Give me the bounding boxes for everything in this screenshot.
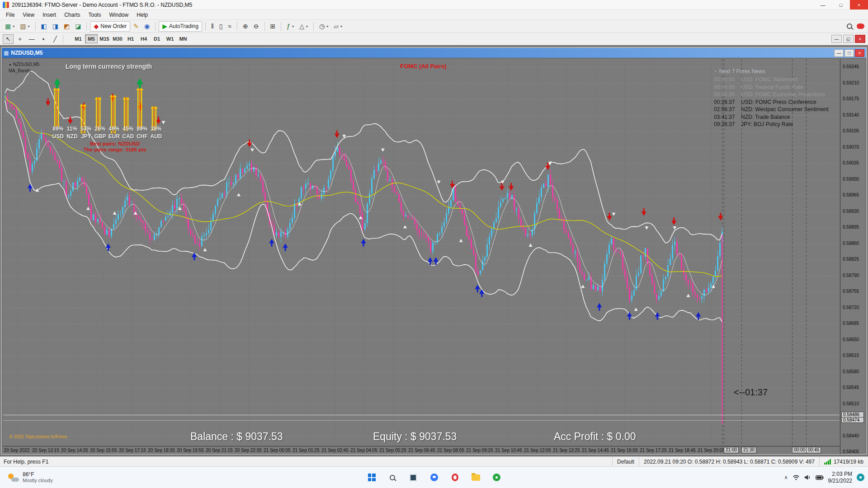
market-watch-button[interactable]: ◧ bbox=[39, 21, 49, 32]
zoom-in-button[interactable]: ⊕ bbox=[241, 21, 250, 32]
metaeditor-button[interactable]: ✎ bbox=[131, 21, 141, 32]
crosshair-tool-button[interactable]: + bbox=[14, 34, 25, 44]
chart-canvas[interactable] bbox=[3, 59, 840, 446]
terminal-button[interactable]: ◪ bbox=[73, 21, 83, 32]
hidden-icons-chevron[interactable]: ∧ bbox=[784, 474, 788, 480]
menu-item-charts[interactable]: Charts bbox=[60, 11, 84, 19]
time-label: 21 Sep 01:25 bbox=[292, 448, 320, 453]
toolbar-separator bbox=[264, 22, 265, 31]
indicators-list-button[interactable]: ƒ▾ bbox=[284, 21, 296, 32]
timeframe-m30-button[interactable]: M30 bbox=[111, 34, 124, 43]
time-label: 20 Sep 18:35 bbox=[148, 448, 175, 453]
close-button[interactable]: × bbox=[850, 0, 868, 9]
price-label: 0.59035 bbox=[843, 160, 859, 166]
time-label: 20 Sep 14:35 bbox=[61, 448, 88, 453]
cursor-tool-button[interactable]: ↖ bbox=[3, 34, 14, 44]
volume-icon[interactable] bbox=[804, 474, 811, 480]
trendline-tool-button[interactable]: ╱ bbox=[50, 34, 61, 44]
timeframe-m1-button[interactable]: M1 bbox=[72, 34, 85, 43]
new-chart-button[interactable]: ▦▾ bbox=[3, 21, 17, 32]
chart-window-buttons: — □ × bbox=[834, 49, 864, 57]
horizontal-line-tool-button[interactable]: — bbox=[26, 34, 37, 44]
battery-icon[interactable] bbox=[816, 475, 824, 480]
task-view-button[interactable] bbox=[404, 469, 422, 487]
zoom-in-icon: ⊕ bbox=[243, 23, 248, 29]
tile-windows-button[interactable]: ⊞ bbox=[268, 21, 278, 32]
timeframe-m5-button[interactable]: M5 bbox=[85, 34, 98, 43]
toolbar-separator bbox=[281, 22, 281, 31]
time-label: 20 Sep 19:55 bbox=[177, 448, 204, 453]
autotrading-button[interactable]: ▶AutoTrading bbox=[159, 21, 202, 32]
navigator-button[interactable]: ◩ bbox=[61, 21, 72, 32]
status-ohlc: 2022.09.21 09:20 O: 0.58872 H: 0.58943 L… bbox=[639, 457, 819, 466]
maximize-button[interactable]: □ bbox=[832, 0, 850, 9]
toolbar-button-label: New Order bbox=[100, 23, 127, 29]
status-profile[interactable]: Default bbox=[612, 457, 639, 466]
green-app-button[interactable] bbox=[487, 469, 505, 487]
timeframe-mn-button[interactable]: MN bbox=[177, 34, 189, 43]
menu-item-insert[interactable]: Insert bbox=[38, 11, 60, 19]
price-label: 0.58895 bbox=[843, 225, 859, 230]
chart-plot-area[interactable]: ▼NZDUSD,M5 MA_Bands Long term currency s… bbox=[3, 59, 840, 446]
time-label: 21 Sep 05:25 bbox=[379, 448, 406, 453]
data-window-button[interactable]: ◨ bbox=[50, 21, 61, 32]
period-selector-icon: ◷ bbox=[319, 23, 325, 29]
bar-chart-button[interactable]: ‖ bbox=[209, 21, 216, 32]
wifi-icon[interactable] bbox=[793, 474, 800, 480]
file-explorer-button[interactable] bbox=[467, 469, 485, 487]
status-help-text: For Help, press F1 bbox=[0, 459, 612, 465]
price-scale[interactable]: 0.592450.592100.591750.591400.591050.590… bbox=[840, 59, 865, 454]
time-label: 21 Sep 08:05 bbox=[437, 448, 464, 453]
start-button[interactable] bbox=[363, 469, 381, 487]
chart-maximize-button[interactable]: □ bbox=[844, 49, 854, 57]
zoom-out-button[interactable]: ⊖ bbox=[251, 21, 261, 32]
menu-item-window[interactable]: Window bbox=[105, 11, 133, 19]
line-chart-button[interactable]: ≈ bbox=[226, 21, 234, 32]
child-minimize-button[interactable]: — bbox=[831, 35, 842, 43]
timeframe-m15-button[interactable]: M15 bbox=[98, 34, 111, 43]
dropdown-arrow-icon: ▾ bbox=[292, 24, 294, 28]
data-window-icon: ◨ bbox=[52, 23, 58, 29]
chat-button[interactable] bbox=[425, 469, 443, 487]
taskbar-clock[interactable]: 2:03 PM 9/21/2022 bbox=[828, 471, 852, 484]
child-restore-button[interactable]: ◱ bbox=[843, 35, 854, 43]
templates-button[interactable]: ▱▾ bbox=[331, 21, 344, 32]
menu-item-view[interactable]: View bbox=[19, 11, 38, 19]
timeframe-d1-button[interactable]: D1 bbox=[151, 34, 163, 43]
timeframe-bar: M1M5M15M30H1H4D1W1MN bbox=[72, 34, 189, 43]
taskbar-search-button[interactable] bbox=[383, 469, 401, 487]
menu-item-tools[interactable]: Tools bbox=[85, 11, 105, 19]
market-watch-icon: ◧ bbox=[41, 23, 47, 29]
opera-button[interactable] bbox=[446, 469, 464, 487]
notification-center-badge[interactable] bbox=[857, 474, 864, 481]
rectangle-tool-button[interactable]: ▪ bbox=[38, 34, 49, 44]
strategy-tester-button[interactable]: ◉ bbox=[142, 21, 152, 32]
menu-item-help[interactable]: Help bbox=[132, 11, 152, 19]
timeframe-w1-button[interactable]: W1 bbox=[164, 34, 176, 43]
search-icon[interactable] bbox=[847, 23, 852, 29]
tile-windows-icon: ⊞ bbox=[270, 23, 276, 29]
timeframe-h1-button[interactable]: H1 bbox=[124, 34, 137, 43]
status-bar: For Help, press F1 Default 2022.09.21 09… bbox=[0, 456, 868, 466]
weather-desc: Mostly cloudy bbox=[23, 478, 53, 483]
timeframe-h4-button[interactable]: H4 bbox=[137, 34, 150, 43]
time-axis[interactable]: 20 Sep 202220 Sep 13:1520 Sep 14:3520 Se… bbox=[3, 446, 840, 454]
new-order-button[interactable]: ◆New Order bbox=[90, 21, 130, 32]
candlestick-chart-button[interactable]: ▯ bbox=[217, 21, 225, 32]
child-close-button[interactable]: × bbox=[855, 35, 865, 43]
menu-item-file[interactable]: File bbox=[2, 11, 19, 19]
price-label: 0.59245 bbox=[843, 64, 859, 70]
period-selector-button[interactable]: ◷▾ bbox=[317, 21, 330, 32]
chart-window-titlebar[interactable]: ▦ NZDUSD,M5 — □ × bbox=[2, 48, 866, 58]
chart-minimize-button[interactable]: — bbox=[834, 49, 844, 57]
profiles-button[interactable]: ▧▾ bbox=[18, 21, 32, 32]
minimize-button[interactable]: — bbox=[814, 0, 832, 9]
objects-list-button[interactable]: △▾ bbox=[297, 21, 310, 32]
weather-widget[interactable]: 86°F Mostly cloudy bbox=[5, 467, 57, 488]
opera-icon bbox=[452, 474, 458, 481]
chart-icon: ▦ bbox=[4, 50, 9, 56]
chart-close-button[interactable]: × bbox=[855, 49, 864, 57]
notification-badge[interactable] bbox=[857, 23, 864, 29]
time-label: 21 Sep 14:45 bbox=[582, 448, 609, 453]
clock-date: 9/21/2022 bbox=[828, 478, 852, 484]
